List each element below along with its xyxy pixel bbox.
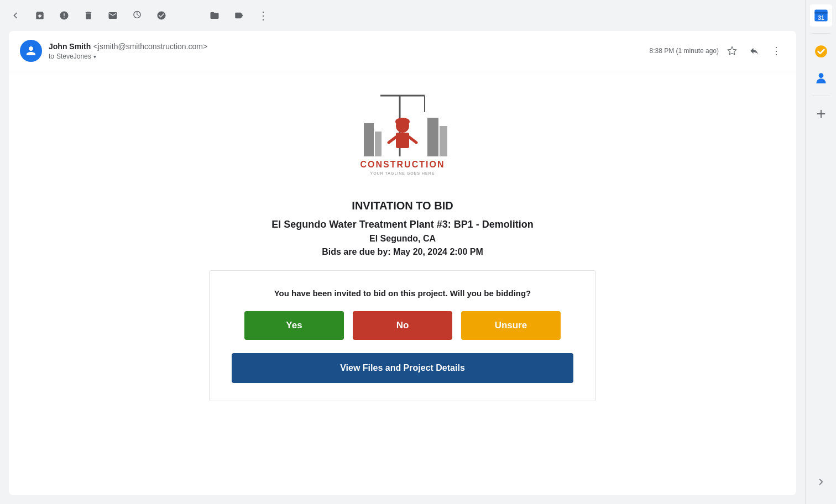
- svg-point-19: [818, 73, 823, 78]
- sender-email: <jsmith@smithconstruction.com>: [93, 42, 207, 51]
- invitation-title: INVITATION TO BID: [209, 200, 596, 212]
- more-email-options-button[interactable]: ⋮: [767, 42, 785, 60]
- email-card: John Smith <jsmith@smithconstruction.com…: [9, 31, 796, 495]
- bid-due-date: May 20, 2024 2:00 PM: [393, 247, 483, 256]
- sender-info: John Smith <jsmith@smithconstruction.com…: [49, 41, 650, 60]
- email-header: John Smith <jsmith@smithconstruction.com…: [9, 31, 796, 71]
- bid-question: You have been invited to bid on this pro…: [232, 288, 573, 298]
- view-files-button[interactable]: View Files and Project Details: [232, 353, 573, 383]
- svg-text:YOUR TAGLINE GOES HERE: YOUR TAGLINE GOES HERE: [370, 171, 435, 175]
- task-button[interactable]: [155, 9, 168, 22]
- recipient-name: SteveJones: [56, 53, 91, 60]
- sidebar-divider-1: [812, 33, 830, 34]
- timestamp: 8:38 PM (1 minute ago): [650, 47, 719, 55]
- to-label: to: [49, 53, 54, 60]
- email-body: CONSTRUCTION YOUR TAGLINE GOES HERE INVI…: [9, 71, 796, 495]
- tasks-sidebar-icon[interactable]: [810, 40, 832, 62]
- add-sidebar-button[interactable]: [810, 103, 832, 125]
- email-content: INVITATION TO BID El Segundo Water Treat…: [209, 200, 596, 401]
- back-button[interactable]: [9, 9, 22, 22]
- right-sidebar: 31: [805, 0, 836, 504]
- sender-name: John Smith: [49, 42, 91, 51]
- mark-unread-button[interactable]: [106, 9, 119, 22]
- email-header-actions: 8:38 PM (1 minute ago) ⋮: [650, 42, 785, 60]
- bid-due-label: Bids are due by:: [322, 247, 390, 256]
- bid-buttons: Yes No Unsure: [232, 311, 573, 340]
- snooze-button[interactable]: [130, 9, 144, 22]
- no-button[interactable]: No: [353, 311, 452, 340]
- svg-rect-16: [814, 12, 827, 13]
- calendar-sidebar-icon[interactable]: 31: [810, 4, 832, 27]
- sidebar-divider-2: [812, 96, 830, 96]
- svg-line-10: [409, 137, 416, 143]
- reply-button[interactable]: [745, 42, 763, 60]
- more-options-button[interactable]: ⋮: [257, 9, 270, 22]
- to-line: to SteveJones ▾: [49, 53, 650, 60]
- svg-text:31: 31: [818, 14, 824, 21]
- svg-rect-6: [440, 126, 447, 156]
- delete-button[interactable]: [82, 9, 95, 22]
- yes-button[interactable]: Yes: [244, 311, 344, 340]
- star-button[interactable]: [723, 42, 741, 60]
- avatar: [20, 40, 42, 62]
- chevron-down-icon[interactable]: ▾: [93, 54, 96, 60]
- svg-rect-4: [375, 132, 382, 156]
- svg-rect-3: [364, 123, 374, 156]
- archive-button[interactable]: [33, 9, 46, 22]
- label-button[interactable]: [232, 9, 245, 22]
- svg-text:CONSTRUCTION: CONSTRUCTION: [360, 160, 445, 169]
- company-logo: CONSTRUCTION YOUR TAGLINE GOES HERE: [347, 85, 458, 186]
- svg-line-9: [389, 137, 396, 143]
- contacts-sidebar-icon[interactable]: [810, 67, 832, 89]
- bid-response-box: You have been invited to bid on this pro…: [209, 270, 596, 401]
- project-location: El Segundo, CA: [209, 234, 596, 244]
- bid-due: Bids are due by: May 20, 2024 2:00 PM: [209, 247, 596, 257]
- svg-rect-5: [427, 118, 438, 156]
- expand-sidebar-button[interactable]: [810, 471, 832, 493]
- report-button[interactable]: [58, 9, 71, 22]
- toolbar: ⋮: [0, 0, 805, 31]
- move-to-button[interactable]: [208, 9, 221, 22]
- svg-rect-8: [396, 133, 409, 148]
- svg-rect-12: [396, 120, 409, 124]
- svg-point-18: [815, 45, 827, 57]
- project-name: El Segundo Water Treatment Plant #3: BP1…: [209, 219, 596, 230]
- unsure-button[interactable]: Unsure: [461, 311, 561, 340]
